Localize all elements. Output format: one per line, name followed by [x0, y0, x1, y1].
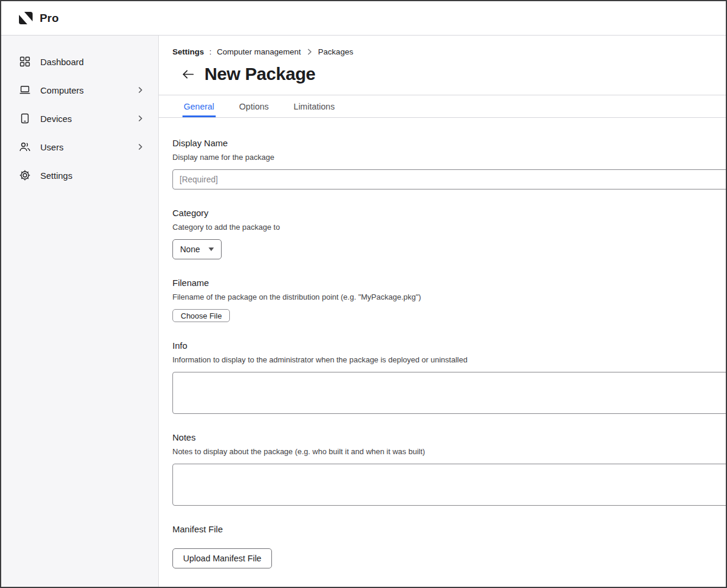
breadcrumb-settings[interactable]: Settings: [172, 47, 204, 56]
notes-textarea[interactable]: [172, 464, 727, 506]
package-form: Display Name Display name for the packag…: [159, 118, 726, 587]
upload-manifest-button[interactable]: Upload Manifest File: [172, 548, 272, 568]
brand-name: Pro: [40, 12, 59, 25]
sidebar: Dashboard Computers: [1, 36, 159, 587]
info-label: Info: [172, 340, 726, 351]
dashboard-icon: [19, 56, 31, 68]
category-select-value: None: [180, 245, 200, 254]
chevron-right-icon: [138, 115, 143, 122]
sidebar-item-label: Dashboard: [40, 57, 84, 67]
display-name-input[interactable]: [172, 169, 727, 189]
sidebar-item-devices[interactable]: Devices: [1, 104, 158, 133]
sidebar-item-computers[interactable]: Computers: [1, 76, 158, 104]
sidebar-item-users[interactable]: Users: [1, 133, 158, 161]
devices-icon: [19, 113, 31, 124]
category-select[interactable]: None: [172, 239, 222, 259]
chevron-down-icon: [209, 248, 214, 251]
display-name-help: Display name for the package: [172, 153, 726, 162]
computers-icon: [19, 84, 31, 96]
filename-label: Filename: [172, 278, 726, 288]
app-window: Pro Dashboard: [0, 0, 727, 588]
page-header: Settings : Computer management Packages: [159, 36, 726, 95]
chevron-right-icon: [308, 49, 312, 55]
notes-label: Notes: [172, 432, 726, 442]
chevron-right-icon: [138, 143, 143, 150]
info-help: Information to display to the administra…: [172, 355, 726, 364]
tab-limitations[interactable]: Limitations: [293, 95, 336, 117]
choose-file-button[interactable]: Choose File: [172, 309, 230, 322]
sidebar-item-settings[interactable]: Settings: [1, 161, 158, 189]
tab-options[interactable]: Options: [238, 95, 270, 117]
notes-help: Notes to display about the package (e.g.…: [172, 447, 726, 456]
field-category: Category Category to add the package to …: [172, 208, 726, 259]
category-label: Category: [172, 208, 726, 218]
brand-logo-icon: [18, 11, 34, 25]
back-arrow-icon: [182, 69, 194, 79]
sidebar-item-label: Computers: [40, 85, 84, 95]
top-bar: Pro: [1, 1, 726, 36]
category-help: Category to add the package to: [172, 223, 726, 232]
manifest-label: Manifest File: [172, 524, 726, 534]
field-filename: Filename Filename of the package on the …: [172, 278, 726, 322]
sidebar-item-label: Settings: [40, 171, 72, 181]
field-info: Info Information to display to the admin…: [172, 340, 726, 414]
breadcrumb-colon: :: [209, 47, 212, 56]
settings-icon: [19, 169, 31, 181]
field-manifest: Manifest File Upload Manifest File: [172, 524, 726, 568]
field-notes: Notes Notes to display about the package…: [172, 432, 726, 506]
main-content: Settings : Computer management Packages: [159, 36, 726, 587]
info-textarea[interactable]: [172, 372, 727, 414]
breadcrumb: Settings : Computer management Packages: [172, 47, 726, 56]
back-button[interactable]: [180, 67, 197, 82]
tab-general[interactable]: General: [182, 95, 216, 117]
field-display-name: Display Name Display name for the packag…: [172, 138, 726, 189]
display-name-label: Display Name: [172, 138, 726, 148]
sidebar-item-dashboard[interactable]: Dashboard: [1, 47, 158, 76]
filename-help: Filename of the package on the distribut…: [172, 293, 726, 301]
tab-bar: General Options Limitations: [159, 95, 726, 118]
breadcrumb-computer-management[interactable]: Computer management: [217, 47, 301, 56]
chevron-right-icon: [138, 86, 143, 94]
breadcrumb-packages[interactable]: Packages: [318, 47, 353, 56]
users-icon: [19, 141, 31, 153]
sidebar-item-label: Devices: [40, 114, 72, 124]
page-title: New Package: [204, 64, 315, 84]
sidebar-item-label: Users: [40, 142, 63, 152]
